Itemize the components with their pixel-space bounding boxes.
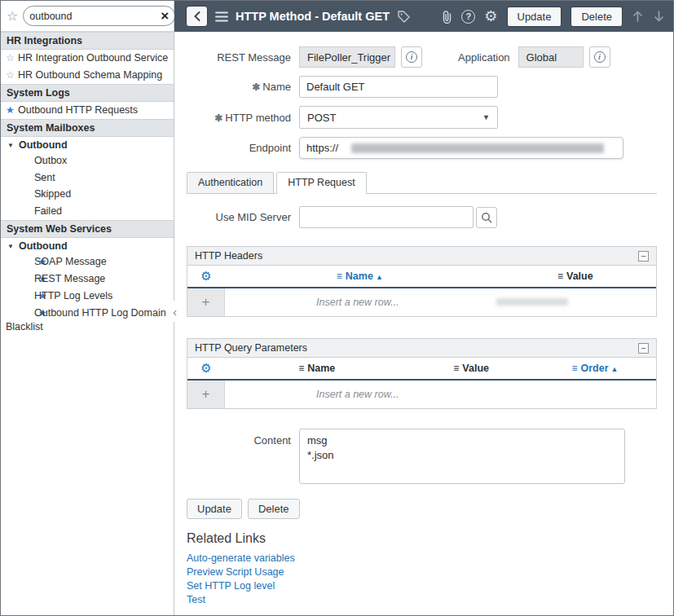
rest-message-info-button[interactable]: i: [401, 46, 422, 68]
star-outline-icon[interactable]: ☆: [22, 187, 34, 200]
tab-http-request[interactable]: HTTP Request: [276, 172, 366, 194]
sort-asc-icon: ▲: [376, 273, 383, 281]
nav-section-header: System Mailboxes: [1, 119, 174, 137]
add-row-button[interactable]: +: [187, 381, 225, 408]
http-headers-section-header[interactable]: HTTP Headers −: [187, 247, 656, 266]
star-outline-icon[interactable]: ☆: [6, 68, 18, 81]
application-label: Application: [458, 51, 510, 64]
column-header-name[interactable]: ≡Name▲: [225, 271, 495, 282]
column-header-value[interactable]: ≡Value: [495, 271, 656, 282]
add-row-button[interactable]: +: [187, 288, 225, 316]
nav-item[interactable]: ★REST Message: [1, 271, 174, 288]
http-query-params-new-row: + Insert a new row...: [187, 381, 656, 408]
collapse-icon[interactable]: −: [638, 343, 649, 354]
nav-item[interactable]: ☆Sent: [1, 169, 174, 187]
hamburger-icon[interactable]: [215, 11, 228, 22]
down-arrow-icon[interactable]: [653, 10, 665, 23]
nav-item[interactable]: ★HTTP Log Levels: [1, 288, 174, 305]
caret-down-icon: ▼: [482, 113, 490, 121]
column-header-value[interactable]: ≡Value: [408, 363, 534, 374]
mid-server-lookup-button[interactable]: [476, 207, 497, 228]
insert-new-row-cell[interactable]: Insert a new row...: [225, 288, 656, 316]
column-header-order[interactable]: ≡Order▲: [534, 363, 656, 374]
nav-item[interactable]: ★Outbound HTTP Log Domain Blacklist: [1, 305, 174, 336]
star-filled-icon[interactable]: ★: [22, 255, 34, 268]
related-link-set-http-log-level[interactable]: Set HTTP Log level: [187, 580, 275, 592]
column-menu-icon[interactable]: ≡: [453, 363, 459, 374]
http-request-panel: Use MID Server HTTP Headers − ⚙ ≡Name▲: [187, 194, 657, 605]
column-header-name[interactable]: ≡Name: [225, 363, 408, 374]
nav-item[interactable]: ☆Outbox: [1, 152, 174, 169]
up-arrow-icon[interactable]: [632, 10, 644, 23]
paperclip-icon[interactable]: [442, 10, 452, 24]
nav-item[interactable]: ☆Failed: [1, 203, 174, 220]
tag-icon[interactable]: [397, 10, 411, 24]
http-headers-column-row: ⚙ ≡Name▲ ≡Value: [187, 266, 656, 288]
nav-item[interactable]: ☆HR Outbound Schema Mapping: [1, 67, 174, 84]
endpoint-row: Endpoint: [187, 137, 657, 159]
gear-icon[interactable]: ⚙: [484, 9, 497, 24]
back-button[interactable]: [186, 6, 208, 27]
http-headers-title: HTTP Headers: [195, 250, 262, 262]
star-outline-icon[interactable]: ☆: [22, 171, 34, 184]
collapse-icon[interactable]: −: [638, 251, 649, 262]
nav-item[interactable]: ★SOAP Message: [1, 253, 174, 271]
endpoint-label: Endpoint: [187, 142, 291, 154]
help-icon[interactable]: ?: [461, 10, 475, 24]
nav-section-header: System Web Services: [1, 220, 174, 238]
nav-group-toggle[interactable]: ▼Outbound: [1, 137, 174, 152]
star-outline-icon[interactable]: ☆: [22, 154, 34, 167]
triangle-down-icon: ▼: [7, 142, 14, 149]
http-method-select[interactable]: POST▼: [299, 106, 498, 129]
column-menu-icon[interactable]: ≡: [557, 271, 563, 282]
column-menu-icon[interactable]: ≡: [298, 363, 304, 374]
rest-message-label: REST Message: [187, 51, 291, 64]
rest-message-row: REST Message FilePoller_Trigger i Applic…: [187, 46, 657, 68]
app-window: ☆ × ▾ HR Integrations ☆HR Integration Ou…: [0, 0, 674, 616]
nav-item[interactable]: ★Outbound HTTP Requests: [1, 102, 174, 119]
mid-server-input[interactable]: [299, 206, 474, 228]
chevron-left-icon: [192, 11, 202, 22]
application-info-button[interactable]: i: [589, 46, 610, 68]
nav-item[interactable]: ☆HR Integration Outbound Service: [1, 50, 174, 67]
required-icon: ✱: [252, 81, 260, 93]
update-button-header[interactable]: Update: [507, 7, 562, 27]
column-menu-icon[interactable]: ≡: [337, 271, 342, 282]
nav-item[interactable]: ☆Skipped: [1, 186, 174, 203]
related-link-test[interactable]: Test: [187, 594, 205, 605]
update-button-footer[interactable]: Update: [187, 499, 242, 519]
content-textarea[interactable]: msg *.json: [299, 429, 625, 484]
record-header-bar: HTTP Method - Default GET ? ⚙ Update Del…: [174, 1, 673, 32]
clear-search-icon[interactable]: ×: [161, 9, 169, 23]
related-links-title: Related Links: [187, 531, 657, 546]
http-query-params-section-header[interactable]: HTTP Query Parameters −: [187, 339, 656, 358]
delete-button-footer[interactable]: Delete: [248, 499, 300, 519]
delete-button-header[interactable]: Delete: [570, 7, 623, 27]
favorites-star-icon[interactable]: ☆: [7, 8, 18, 24]
tab-authentication[interactable]: Authentication: [187, 172, 274, 193]
sidebar-collapse-handle[interactable]: ‹: [170, 301, 180, 322]
triangle-down-icon: ▼: [7, 243, 14, 250]
list-gear-icon[interactable]: ⚙: [187, 361, 225, 376]
sort-asc-icon: ▲: [611, 365, 619, 373]
star-outline-icon[interactable]: ☆: [6, 51, 18, 64]
star-filled-icon[interactable]: ★: [6, 103, 18, 117]
related-link-preview-script-usage[interactable]: Preview Script Usage: [187, 566, 284, 578]
nav-group-toggle[interactable]: ▼Outbound: [1, 238, 174, 253]
star-filled-icon[interactable]: ★: [22, 272, 34, 285]
http-method-row: ✱HTTP method POST▼: [187, 106, 657, 129]
related-link-auto-generate-variables[interactable]: Auto-generate variables: [187, 552, 295, 564]
page-title: HTTP Method - Default GET: [236, 10, 390, 23]
mid-server-row: Use MID Server: [187, 206, 657, 228]
name-label: ✱Name: [187, 81, 291, 93]
star-filled-icon[interactable]: ★: [22, 289, 34, 302]
list-gear-icon[interactable]: ⚙: [187, 269, 225, 284]
name-row: ✱Name: [187, 76, 657, 98]
search-icon: [481, 212, 492, 223]
star-filled-icon[interactable]: ★: [22, 306, 34, 319]
navigator-search-input[interactable]: [29, 11, 161, 22]
insert-new-row-cell[interactable]: Insert a new row...: [225, 381, 656, 408]
star-outline-icon[interactable]: ☆: [22, 205, 34, 218]
name-input[interactable]: [299, 76, 498, 98]
column-menu-icon[interactable]: ≡: [572, 363, 578, 374]
